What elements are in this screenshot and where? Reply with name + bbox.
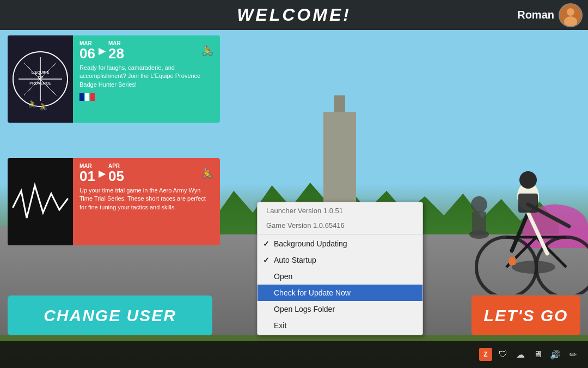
lets-go-button[interactable]: LET'S GO <box>471 295 580 335</box>
event-1-thumbnail: L'EQUIPE DE PROVENCE 🚴 🚴 <box>8 35 73 123</box>
cloud-tray-icon[interactable]: ☁ <box>514 348 527 361</box>
context-menu: Launcher Version 1.0.51 Game Version 1.0… <box>257 202 423 335</box>
event-card-2[interactable]: MAR 01 ▶ APR 05 🚴 Up your time trial gam… <box>8 158 220 245</box>
svg-point-14 <box>519 171 537 189</box>
monitor-tray-icon[interactable]: 🖥 <box>531 348 544 361</box>
zwift-tray-icon[interactable]: Z <box>479 348 492 361</box>
menu-item-open[interactable]: Open <box>258 268 422 285</box>
game-version: Game Version 1.0.65416 <box>258 218 422 233</box>
svg-point-21 <box>567 8 574 16</box>
svg-text:🚴: 🚴 <box>39 102 47 111</box>
check-auto-startup: ✓ <box>263 256 270 264</box>
user-section: Roman <box>517 3 583 27</box>
svg-text:🚴: 🚴 <box>28 100 36 108</box>
event-1-description: Ready for laughs, camaraderie, and accom… <box>79 64 213 89</box>
svg-point-4 <box>471 196 487 213</box>
change-user-button[interactable]: CHANGE USER <box>8 295 212 335</box>
avatar[interactable] <box>559 3 583 27</box>
menu-item-check-update[interactable]: Check for Update Now <box>258 285 422 301</box>
header: WELCOME! Roman <box>0 0 588 30</box>
bike-icon-2: 🚴 <box>201 167 213 179</box>
menu-item-open-logs[interactable]: Open Logs Folder <box>258 301 422 317</box>
svg-rect-5 <box>472 212 486 236</box>
event-2-start: MAR 01 <box>79 164 95 183</box>
event-2-dates: MAR 01 ▶ APR 05 🚴 <box>79 164 213 183</box>
shield-tray-icon[interactable]: 🛡 <box>497 348 510 361</box>
check-background-updating: ✓ <box>263 239 270 248</box>
taskbar: Z 🛡 ☁ 🖥 🔊 ✏ <box>0 341 588 368</box>
welcome-title: WELCOME! <box>237 5 351 25</box>
bike-icon-1: 🚴 <box>201 45 213 57</box>
menu-divider-1 <box>258 234 422 234</box>
menu-item-auto-startup[interactable]: ✓ Auto Startup <box>258 252 422 268</box>
svg-rect-19 <box>509 257 516 265</box>
svg-text:PROVENCE: PROVENCE <box>29 81 51 85</box>
menu-item-exit[interactable]: Exit <box>258 317 422 334</box>
event-2-description: Up your time trial game in the Aero Army… <box>79 186 213 212</box>
event-2-thumbnail <box>8 158 73 245</box>
event-2-info: MAR 01 ▶ APR 05 🚴 Up your time trial gam… <box>73 158 220 245</box>
event-1-start: MAR 06 <box>79 41 95 61</box>
event-2-end: APR 05 <box>108 164 124 183</box>
event-card-1[interactable]: L'EQUIPE DE PROVENCE 🚴 🚴 MAR 06 ▶ MAR 28… <box>8 35 220 123</box>
svg-point-6 <box>512 261 555 274</box>
event-2-arrow: ▶ <box>99 168 105 179</box>
svg-rect-18 <box>518 194 538 213</box>
pen-tray-icon[interactable]: ✏ <box>566 348 579 361</box>
svg-text:L'EQUIPE: L'EQUIPE <box>32 70 50 75</box>
event-1-info: MAR 06 ▶ MAR 28 🚴 Ready for laughs, cama… <box>73 35 220 123</box>
volume-tray-icon[interactable]: 🔊 <box>549 348 562 361</box>
username-label: Roman <box>517 9 554 21</box>
event-1-arrow: ▶ <box>99 46 105 56</box>
launcher-version: Launcher Version 1.0.51 <box>258 203 422 218</box>
event-1-dates: MAR 06 ▶ MAR 28 🚴 <box>79 41 213 61</box>
svg-text:DE: DE <box>38 76 43 80</box>
menu-item-background-updating[interactable]: ✓ Background Updating <box>258 236 422 252</box>
event-1-end: MAR 28 <box>108 41 124 61</box>
